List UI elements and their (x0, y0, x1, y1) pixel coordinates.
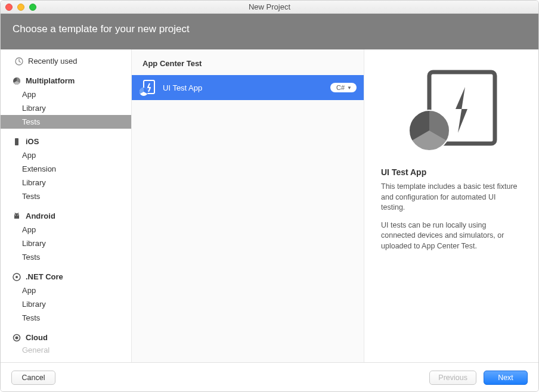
close-window-button[interactable] (5, 4, 13, 11)
sidebar-item-label: App (22, 286, 36, 295)
template-item-ui-test-app[interactable]: UI Test App C# ▼ (132, 75, 364, 100)
clock-icon (15, 57, 23, 66)
template-group-heading: App Center Test (132, 55, 364, 75)
svg-point-8 (16, 276, 18, 278)
sidebar-item-label: App (22, 90, 36, 99)
sidebar-item-netcore-library[interactable]: Library (1, 297, 131, 311)
chevron-down-icon: ▼ (347, 85, 352, 91)
sidebar-item-netcore-tests[interactable]: Tests (1, 311, 131, 325)
sidebar-item-label: Library (22, 178, 46, 187)
next-button[interactable]: Next (484, 371, 528, 385)
sidebar-item-label: Tests (22, 313, 40, 322)
android-icon (13, 212, 21, 220)
sidebar-item-multiplatform-app[interactable]: App (1, 88, 131, 101)
window-controls (5, 4, 36, 11)
template-illustration (401, 66, 502, 155)
sidebar-category-label: iOS (26, 137, 39, 146)
template-label: UI Test App (163, 83, 324, 92)
sidebar-category-netcore[interactable]: .NET Core (1, 270, 131, 284)
sidebar-item-recently-used[interactable]: Recently used (1, 54, 131, 68)
zoom-window-button[interactable] (29, 4, 36, 11)
sidebar: Recently used Multiplatform App Library … (1, 49, 132, 362)
svg-point-10 (16, 336, 18, 339)
sidebar-category-label: Multiplatform (26, 76, 75, 85)
previous-label: Previous (438, 374, 467, 382)
sidebar-category-android[interactable]: Android (1, 209, 131, 223)
sidebar-item-ios-app[interactable]: App (1, 148, 131, 162)
detail-description-1: This template includes a basic test fixt… (381, 182, 522, 213)
titlebar: New Project (1, 1, 538, 14)
sidebar-item-android-tests[interactable]: Tests (1, 250, 131, 264)
svg-line-5 (15, 213, 16, 214)
sidebar-item-label: Tests (22, 253, 40, 262)
minimize-window-button[interactable] (17, 4, 24, 11)
page-banner: Choose a template for your new project (1, 14, 538, 49)
language-label: C# (336, 84, 345, 91)
sidebar-item-label: App (22, 151, 36, 160)
svg-rect-2 (15, 138, 18, 145)
sidebar-category-ios[interactable]: iOS (1, 135, 131, 148)
dialog-footer: Cancel Previous Next (1, 363, 538, 392)
template-detail-pane: UI Test App This template includes a bas… (364, 49, 538, 362)
detail-title: UI Test App (381, 167, 426, 177)
sidebar-item-label: Library (22, 300, 46, 309)
sidebar-item-ios-extension[interactable]: Extension (1, 162, 131, 176)
sidebar-category-label: Android (26, 211, 55, 220)
multiplatform-icon (13, 77, 21, 85)
sidebar-item-android-library[interactable]: Library (1, 237, 131, 250)
sidebar-item-android-app[interactable]: App (1, 223, 131, 237)
cloud-icon (13, 334, 21, 342)
next-label: Next (498, 374, 513, 382)
sidebar-category-cloud[interactable]: Cloud (1, 331, 131, 344)
svg-line-6 (18, 213, 18, 214)
sidebar-category-label: Cloud (26, 333, 48, 342)
sidebar-item-label: App (22, 225, 36, 234)
detail-description-2: UI tests can be run locally using connec… (381, 220, 522, 252)
sidebar-item-multiplatform-library[interactable]: Library (1, 101, 131, 115)
cancel-label: Cancel (22, 374, 45, 382)
sidebar-category-multiplatform[interactable]: Multiplatform (1, 74, 131, 88)
sidebar-item-multiplatform-tests[interactable]: Tests (1, 115, 131, 129)
sidebar-item-label: Library (22, 104, 46, 113)
sidebar-item-cloud-general[interactable]: General (22, 344, 131, 356)
sidebar-item-label: Library (22, 239, 46, 248)
sidebar-item-label: Extension (22, 164, 56, 173)
sidebar-item-label: General (22, 346, 49, 354)
netcore-icon (13, 273, 21, 281)
language-selector[interactable]: C# ▼ (330, 83, 357, 92)
previous-button[interactable]: Previous (429, 371, 476, 385)
template-list-pane: App Center Test UI Test App C# ▼ (132, 49, 364, 362)
sidebar-item-label: Recently used (28, 57, 77, 66)
sidebar-item-label: Tests (22, 192, 40, 201)
sidebar-item-ios-tests[interactable]: Tests (1, 189, 131, 203)
sidebar-item-ios-library[interactable]: Library (1, 176, 131, 189)
window-title: New Project (1, 2, 538, 11)
sidebar-item-label: Tests (22, 117, 40, 126)
template-icon (139, 79, 157, 97)
cancel-button[interactable]: Cancel (11, 371, 55, 385)
main-content: Recently used Multiplatform App Library … (1, 49, 538, 363)
sidebar-category-label: .NET Core (26, 272, 63, 281)
page-title: Choose a template for your new project (13, 23, 190, 35)
svg-point-3 (15, 214, 16, 216)
ios-icon (13, 138, 21, 146)
svg-point-4 (17, 214, 18, 216)
sidebar-item-netcore-app[interactable]: App (1, 284, 131, 297)
